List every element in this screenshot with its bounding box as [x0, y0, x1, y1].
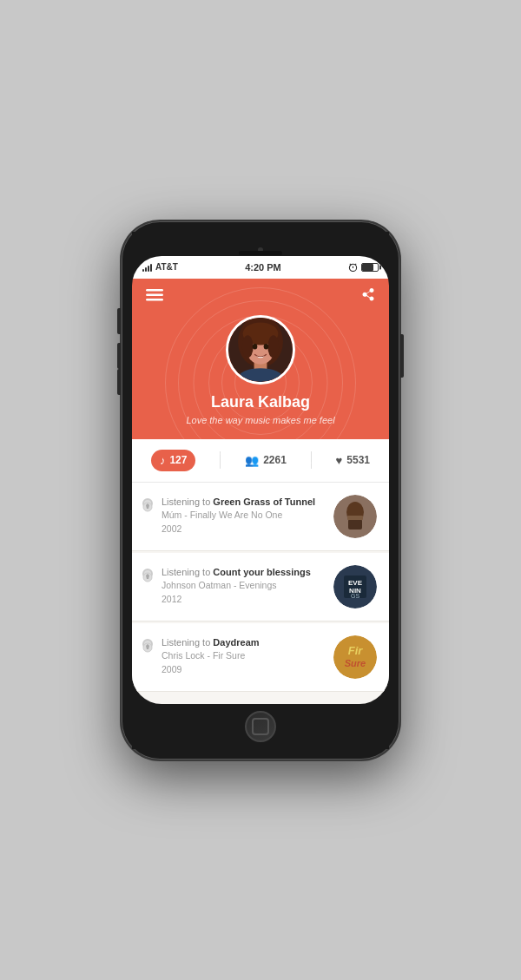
- followers-stat[interactable]: 👥 2261: [245, 454, 287, 467]
- svg-rect-5: [146, 293, 163, 296]
- signal-icon: [142, 263, 152, 272]
- profile-name: Laura Kalbag: [211, 393, 310, 411]
- list-item[interactable]: Listening to Daydream Chris Lock - Fir S…: [132, 623, 389, 692]
- menu-button[interactable]: [146, 288, 163, 304]
- time-label: 4:20 PM: [245, 262, 281, 273]
- phone-screen: AT&T 4:20 PM: [132, 256, 389, 704]
- heart-icon: ♥: [336, 454, 343, 467]
- svg-rect-4: [146, 289, 163, 292]
- svg-point-18: [147, 503, 148, 505]
- activity-feed: Listening to Green Grass of Tunnel Múm -…: [132, 483, 389, 704]
- svg-rect-24: [347, 516, 363, 520]
- timeline-dot: [142, 498, 153, 509]
- listening-prefix: Listening to: [162, 567, 213, 577]
- svg-point-34: [333, 635, 377, 679]
- activity-text: Listening to Count your blessings Johnso…: [162, 565, 325, 607]
- songs-stat[interactable]: ♪ 127: [151, 450, 196, 471]
- list-item[interactable]: Listening to Count your blessings Johnso…: [132, 553, 389, 622]
- svg-point-12: [242, 335, 254, 358]
- svg-point-13: [267, 335, 279, 358]
- list-item[interactable]: Listening to Green Grass of Tunnel Múm -…: [132, 483, 389, 551]
- album-info: Johnson Oatman - Evenings2012: [162, 579, 325, 607]
- svg-point-15: [264, 344, 269, 349]
- svg-line-2: [350, 264, 351, 265]
- listening-prefix: Listening to: [162, 637, 213, 648]
- home-button-area: [132, 704, 389, 749]
- album-info: Múm - Finally We Are No One2002: [162, 509, 325, 536]
- svg-text:EVE: EVE: [348, 579, 363, 587]
- home-button[interactable]: [245, 711, 276, 742]
- song-title: Green Grass of Tunnel: [213, 497, 315, 507]
- followers-count: 2261: [263, 454, 287, 466]
- phone-device: AT&T 4:20 PM: [122, 221, 399, 760]
- battery-icon: [361, 263, 379, 272]
- carrier-label: AT&T: [155, 262, 178, 272]
- activity-text: Listening to Daydream Chris Lock - Fir S…: [162, 635, 325, 677]
- profile-header: Laura Kalbag Love the way music makes me…: [132, 279, 389, 439]
- phone-top: [132, 232, 389, 256]
- svg-rect-21: [348, 519, 362, 529]
- avatar: [226, 315, 295, 385]
- likes-stat[interactable]: ♥ 5531: [336, 454, 370, 467]
- svg-point-14: [253, 344, 258, 349]
- status-right: [348, 262, 379, 272]
- timeline-dot: [142, 639, 153, 649]
- home-button-icon: [252, 718, 269, 735]
- song-title: Daydream: [213, 637, 259, 648]
- svg-rect-6: [146, 299, 163, 301]
- activity-text: Listening to Green Grass of Tunnel Múm -…: [162, 495, 325, 536]
- speaker: [239, 251, 282, 255]
- music-note-icon: ♪: [160, 454, 166, 467]
- svg-text:Sure: Sure: [345, 658, 366, 668]
- profile-bio: Love the way music makes me feel: [186, 415, 334, 425]
- album-thumb: [333, 495, 377, 538]
- toolbar: [132, 279, 389, 312]
- svg-point-33: [147, 644, 148, 646]
- album-info: Chris Lock - Fir Sure2009: [162, 649, 325, 677]
- stat-divider-2: [311, 451, 312, 469]
- svg-line-3: [355, 264, 356, 265]
- app-screen: Laura Kalbag Love the way music makes me…: [132, 279, 389, 704]
- alarm-icon: [348, 262, 358, 272]
- followers-icon: 👥: [245, 454, 259, 467]
- svg-text:GS: GS: [351, 593, 359, 599]
- share-button[interactable]: [361, 287, 375, 305]
- album-thumb: EVE NIN GS: [333, 565, 377, 608]
- svg-point-26: [147, 574, 148, 576]
- timeline-dot: [142, 569, 153, 579]
- likes-count: 5531: [346, 454, 370, 466]
- stat-divider-1: [220, 451, 221, 469]
- album-thumb: Fir Sure: [333, 635, 377, 679]
- songs-count: 127: [169, 454, 187, 466]
- song-title: Count your blessings: [213, 567, 310, 577]
- profile-info: Laura Kalbag Love the way music makes me…: [132, 312, 389, 425]
- status-bar: AT&T 4:20 PM: [132, 256, 389, 279]
- status-left: AT&T: [142, 262, 178, 272]
- stats-bar: ♪ 127 👥 2261 ♥ 5531: [132, 439, 389, 483]
- listening-prefix: Listening to: [162, 497, 213, 507]
- svg-text:Fir: Fir: [348, 644, 364, 657]
